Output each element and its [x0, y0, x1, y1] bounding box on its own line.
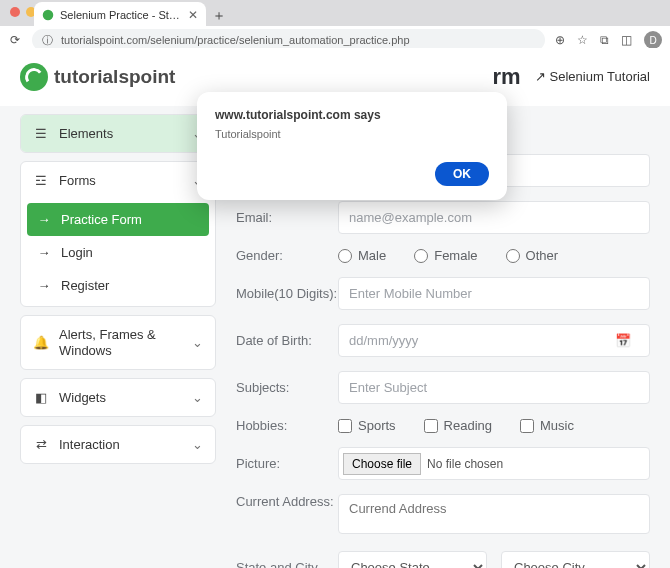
url-text: tutorialspoint.com/selenium/practice/sel… [61, 34, 410, 46]
checkbox-label: Sports [358, 418, 396, 433]
sidebar-item-interaction[interactable]: ⇄ Interaction ⌄ [21, 426, 215, 463]
radio-label: Male [358, 248, 386, 263]
address-textarea[interactable] [338, 494, 650, 534]
close-tab-icon[interactable]: ✕ [188, 8, 198, 22]
close-window-icon[interactable] [10, 7, 20, 17]
form-icon: ☲ [33, 173, 49, 188]
checkbox-label: Music [540, 418, 574, 433]
selenium-tutorial-link[interactable]: ↗ Selenium Tutorial [535, 69, 650, 84]
sidebar-item-forms[interactable]: ☲ Forms ⌄ [21, 162, 215, 199]
tab-title: Selenium Practice - Student R [60, 9, 182, 21]
dob-placeholder[interactable]: dd/mm/yyyy [349, 333, 418, 348]
alert-ok-button[interactable]: OK [435, 162, 489, 186]
sidebar-item-label: Interaction [59, 437, 120, 452]
sidebar-item-label: Forms [59, 173, 96, 188]
widgets-icon: ◧ [33, 390, 49, 405]
hobby-reading-option[interactable]: Reading [424, 418, 492, 433]
sidebar-item-label: Elements [59, 126, 113, 141]
radio-label: Other [526, 248, 559, 263]
svg-point-0 [43, 10, 54, 21]
site-info-icon[interactable]: ⓘ [42, 33, 53, 48]
file-status: No file chosen [427, 457, 503, 471]
address-label: Current Address: [236, 494, 338, 509]
sidebar-sub-login[interactable]: → Login [27, 236, 209, 269]
chevron-down-icon: ⌄ [192, 390, 203, 405]
state-city-label: State and City [236, 560, 338, 568]
city-select[interactable]: Choose City [501, 551, 650, 568]
external-link-icon: ↗ [535, 69, 546, 84]
browser-chrome: Selenium Practice - Student R ✕ ＋ ⟳ ⓘ tu… [0, 0, 670, 48]
selenium-tutorial-label: Selenium Tutorial [550, 69, 650, 84]
zoom-icon[interactable]: ⊕ [555, 33, 565, 47]
chevron-down-icon: ⌄ [192, 437, 203, 452]
gender-female-option[interactable]: Female [414, 248, 477, 263]
reload-icon[interactable]: ⟳ [8, 33, 22, 47]
sidebar-sub-practice-form[interactable]: → Practice Form [27, 203, 209, 236]
chevron-down-icon: ⌄ [192, 335, 203, 350]
gender-other-option[interactable]: Other [506, 248, 559, 263]
mobile-input[interactable] [338, 277, 650, 310]
dob-label: Date of Birth: [236, 333, 338, 348]
logo-text: tutorialspoint [54, 66, 175, 88]
radio-label: Female [434, 248, 477, 263]
bookmark-icon[interactable]: ☆ [577, 33, 588, 47]
page-title: rm [492, 64, 520, 90]
subjects-label: Subjects: [236, 380, 338, 395]
favicon-icon [42, 9, 54, 21]
state-select[interactable]: Choose State [338, 551, 487, 568]
hobby-music-checkbox[interactable] [520, 419, 534, 433]
logo-icon [20, 63, 48, 91]
new-tab-button[interactable]: ＋ [212, 7, 226, 25]
email-input[interactable] [338, 201, 650, 234]
checkbox-label: Reading [444, 418, 492, 433]
arrow-right-icon: → [37, 278, 51, 293]
picture-label: Picture: [236, 456, 338, 471]
sidebar-item-alerts[interactable]: 🔔 Alerts, Frames & Windows ⌄ [21, 316, 215, 369]
sidebar-item-label: Register [61, 278, 109, 293]
sidebar-item-label: Alerts, Frames & Windows [59, 327, 182, 358]
mobile-label: Mobile(10 Digits): [236, 286, 338, 302]
alert-title: www.tutorialspoint.com says [215, 108, 489, 122]
choose-file-button[interactable]: Choose file [343, 453, 421, 475]
picture-file-input[interactable]: Choose file No file chosen [338, 447, 650, 480]
profile-avatar[interactable]: D [644, 31, 662, 49]
gender-male-radio[interactable] [338, 249, 352, 263]
gender-label: Gender: [236, 248, 338, 263]
js-alert-dialog: www.tutorialspoint.com says Tutorialspoi… [197, 92, 507, 200]
sidebar-sub-register[interactable]: → Register [27, 269, 209, 302]
hamburger-icon: ☰ [33, 126, 49, 141]
sidebar-item-widgets[interactable]: ◧ Widgets ⌄ [21, 379, 215, 416]
browser-tab[interactable]: Selenium Practice - Student R ✕ [34, 2, 206, 28]
hobby-sports-checkbox[interactable] [338, 419, 352, 433]
alert-message: Tutorialspoint [215, 128, 489, 140]
bell-icon: 🔔 [33, 335, 49, 350]
sidebar-item-label: Login [61, 245, 93, 260]
arrow-right-icon: → [37, 245, 51, 260]
logo[interactable]: tutorialspoint [20, 63, 175, 91]
hobby-reading-checkbox[interactable] [424, 419, 438, 433]
sidebar-item-label: Widgets [59, 390, 106, 405]
email-label: Email: [236, 210, 338, 225]
side-panel-icon[interactable]: ◫ [621, 33, 632, 47]
hobbies-label: Hobbies: [236, 418, 338, 433]
swap-icon: ⇄ [33, 437, 49, 452]
arrow-right-icon: → [37, 212, 51, 227]
sidebar: ☰ Elements ⌄ ☲ Forms ⌄ → Practice Form [20, 114, 216, 568]
hobby-sports-option[interactable]: Sports [338, 418, 396, 433]
sidebar-item-label: Practice Form [61, 212, 142, 227]
extensions-icon[interactable]: ⧉ [600, 33, 609, 47]
calendar-icon[interactable]: 📅 [615, 333, 631, 348]
hobby-music-option[interactable]: Music [520, 418, 574, 433]
gender-other-radio[interactable] [506, 249, 520, 263]
gender-female-radio[interactable] [414, 249, 428, 263]
subjects-input[interactable] [338, 371, 650, 404]
gender-male-option[interactable]: Male [338, 248, 386, 263]
sidebar-item-elements[interactable]: ☰ Elements ⌄ [21, 115, 215, 152]
